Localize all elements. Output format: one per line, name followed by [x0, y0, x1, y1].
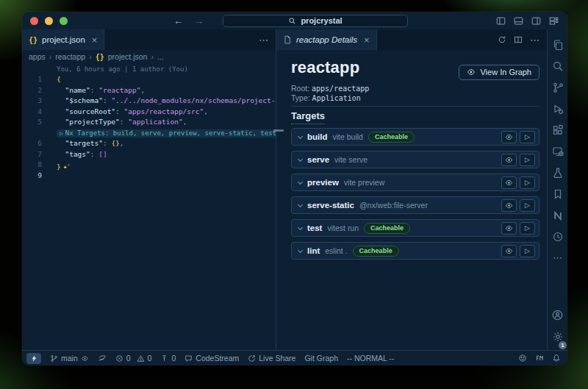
codestream-status-item[interactable]: CodeStream [184, 354, 239, 363]
view-target-button[interactable] [501, 176, 517, 189]
code-editor[interactable]: You, 6 hours ago | 1 author (You) 1{2 "n… [22, 63, 276, 350]
status-misc-icon[interactable] [535, 354, 544, 363]
type-label: Type: [291, 93, 310, 102]
more-actions-icon[interactable]: ⋯ [259, 35, 268, 46]
target-row[interactable]: build vite build Cacheable ▷ [291, 128, 539, 146]
extensions-icon[interactable] [548, 119, 567, 140]
target-row[interactable]: lint eslint . Cacheable ▷ [291, 242, 539, 260]
chevron-down-icon[interactable] [298, 156, 303, 161]
view-target-button[interactable] [501, 154, 517, 166]
nx-targets-hint[interactable]: ▷Nx Targets: build, serve, preview, serv… [57, 129, 276, 138]
toggle-secondary-sidebar-icon[interactable] [531, 16, 541, 26]
forward-icon[interactable]: → [194, 15, 204, 26]
git-graph-status-item[interactable]: Git Graph [304, 354, 338, 363]
code-hint-line[interactable]: ▷Nx Targets: build, serve, preview, serv… [22, 128, 276, 139]
chevron-down-icon[interactable] [298, 133, 303, 138]
run-target-button[interactable]: ▷ [520, 131, 535, 143]
history-icon[interactable] [548, 226, 567, 247]
customize-layout-icon[interactable] [549, 16, 559, 26]
code-line[interactable]: 8}✦✧ [22, 160, 276, 171]
divider [291, 106, 539, 107]
close-tab-icon[interactable]: × [92, 35, 98, 46]
close-tab-icon[interactable]: × [364, 35, 370, 46]
activity-bar: ⋯ 1 [547, 29, 567, 350]
minimize-window-button[interactable] [45, 17, 53, 25]
more-views-icon[interactable]: ⋯ [548, 247, 567, 268]
vim-mode-indicator[interactable]: -- NORMAL -- [347, 354, 394, 363]
gitlens-codelens[interactable]: You, 6 hours ago | 1 author (You) [22, 65, 276, 74]
git-graph-label: Git Graph [304, 354, 338, 363]
chevron-down-icon[interactable] [298, 224, 303, 229]
view-target-button[interactable] [501, 131, 517, 143]
search-input[interactable]: projcrystal [223, 15, 408, 27]
more-actions-icon[interactable]: ⋯ [530, 35, 539, 46]
code-line[interactable]: 3 "$schema": "../../node_modules/nx/sche… [22, 96, 276, 107]
remote-indicator[interactable] [26, 353, 41, 364]
view-in-graph-button[interactable]: View In Graph [459, 65, 539, 80]
notifications-bell-icon[interactable] [552, 354, 561, 363]
target-row[interactable]: serve-static @nx/web:file-server ▷ [291, 196, 539, 214]
target-row[interactable]: serve vite serve ▷ [291, 151, 539, 168]
view-target-button[interactable] [501, 245, 517, 257]
feedback-smiley-icon[interactable] [518, 354, 527, 363]
code-line[interactable]: 5 "projectType": "application", [22, 117, 276, 128]
branch-name: main [61, 354, 78, 363]
toggle-primary-sidebar-icon[interactable] [496, 16, 506, 26]
branch-status-item[interactable]: main [50, 354, 89, 363]
codestream-label: CodeStream [196, 354, 239, 363]
run-target-button[interactable]: ▷ [520, 199, 535, 212]
refresh-icon[interactable] [498, 35, 506, 44]
nx-console-icon[interactable] [548, 204, 567, 226]
breadcrumb-item-file[interactable]: project.json [108, 52, 148, 61]
target-executor: eslint . [325, 246, 347, 255]
target-row[interactable]: preview vite preview ▷ [291, 174, 539, 191]
tab-bar-left: {} project.json × ⋯ [22, 29, 276, 50]
remote-explorer-icon[interactable] [548, 140, 567, 162]
settings-gear-icon[interactable]: 1 [551, 326, 564, 347]
breadcrumb-item-apps[interactable]: apps [29, 52, 46, 61]
bookmarks-icon[interactable] [548, 183, 567, 204]
target-row[interactable]: test vitest run Cacheable ▷ [291, 219, 539, 237]
run-debug-icon[interactable] [548, 98, 567, 119]
tab-reactapp-details[interactable]: reactapp Details × [276, 29, 377, 50]
run-target-button[interactable]: ▷ [520, 154, 535, 166]
code-line[interactable]: 2 "name": "reactapp", [22, 85, 276, 96]
title-bar[interactable]: ← → projcrystal [22, 12, 567, 29]
zoom-window-button[interactable] [60, 17, 68, 25]
problems-status-item[interactable]: 0 0 [115, 354, 152, 363]
nx-project-details-panel: reactapp View In Graph Root: apps/reacta… [276, 50, 547, 350]
view-target-button[interactable] [501, 199, 517, 212]
chevron-down-icon[interactable] [298, 247, 303, 252]
code-line[interactable]: 1{ [22, 74, 276, 85]
view-target-button[interactable] [501, 222, 517, 235]
back-icon[interactable]: ← [173, 15, 183, 26]
search-icon[interactable] [548, 55, 567, 76]
broadcast-status-item[interactable]: 0 [160, 354, 176, 363]
testing-beaker-icon[interactable] [548, 162, 567, 183]
accounts-icon[interactable] [551, 304, 564, 326]
split-editor-icon[interactable] [514, 35, 523, 44]
code-line[interactable]: 9 [22, 171, 276, 182]
code-line[interactable]: 4 "sourceRoot": "apps/reactapp/src", [22, 107, 276, 118]
source-control-icon[interactable] [548, 76, 567, 98]
toggle-panel-icon[interactable] [514, 16, 523, 26]
broadcast-icon [160, 354, 168, 363]
root-value: apps/reactapp [312, 85, 369, 93]
scrollbar-thumb[interactable] [273, 129, 284, 132]
line-number: 6 [22, 138, 51, 149]
tab-project-json[interactable]: {} project.json × [22, 29, 104, 50]
run-target-button[interactable]: ▷ [520, 245, 535, 257]
live-share-status-item[interactable]: Live Share [248, 354, 295, 363]
explorer-icon[interactable] [548, 34, 567, 55]
live-share-icon [248, 354, 256, 363]
chevron-down-icon[interactable] [298, 179, 303, 184]
code-line[interactable]: 7 "tags": [] [22, 149, 276, 160]
code-line[interactable]: 6 "targets": {}, [22, 138, 276, 149]
run-target-button[interactable]: ▷ [520, 176, 535, 189]
chevron-down-icon[interactable] [298, 201, 303, 207]
layers-status-icon[interactable] [98, 354, 107, 363]
close-window-button[interactable] [30, 17, 38, 25]
breadcrumb-item-reactapp[interactable]: reactapp [55, 52, 85, 61]
run-target-button[interactable]: ▷ [520, 222, 535, 235]
breadcrumb-item-symbol[interactable]: ... [157, 52, 164, 61]
